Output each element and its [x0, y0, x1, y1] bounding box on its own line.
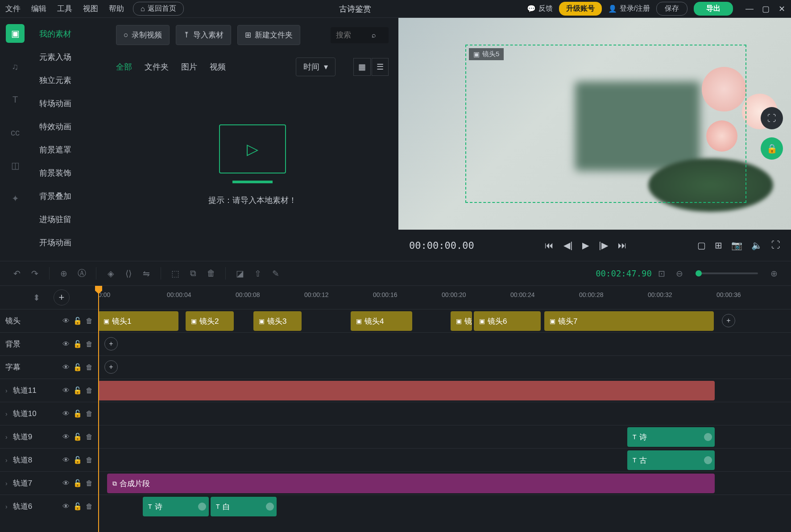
chevron-right-icon[interactable]: › [5, 433, 8, 441]
filter-images[interactable]: 图片 [181, 62, 197, 72]
category-fg-decor[interactable]: 前景装饰 [30, 161, 106, 185]
plugin-tab-icon[interactable]: ✦ [6, 189, 25, 208]
add-clip-button[interactable]: + [104, 360, 118, 374]
copy-button[interactable]: ⧉ [185, 265, 201, 281]
mirror-button[interactable]: ⇋ [138, 265, 154, 281]
fit-timeline-button[interactable]: ⊡ [654, 265, 670, 281]
snapshot-icon[interactable]: 📷 [731, 240, 742, 251]
next-frame-button[interactable]: |▶ [599, 240, 608, 251]
track-content[interactable] [98, 379, 791, 402]
lock-icon[interactable]: 🔓 [73, 363, 82, 371]
goto-end-button[interactable]: ⏭ [618, 240, 627, 251]
prev-frame-button[interactable]: ◀| [563, 240, 572, 251]
crop-button[interactable]: ⬚ [167, 265, 183, 281]
delete-button[interactable]: 🗑 [203, 265, 219, 281]
track-content[interactable]: T诗 [98, 425, 791, 448]
category-effects[interactable]: 特效动画 [30, 115, 106, 138]
lock-icon[interactable]: 🔓 [73, 433, 82, 441]
caption-tab-icon[interactable]: cc [6, 123, 25, 142]
add-clip-button[interactable]: + [104, 337, 118, 351]
track-content[interactable]: + [98, 333, 791, 355]
lock-icon[interactable]: 🔓 [73, 317, 82, 325]
shot-clip[interactable]: ▣镜头2 [186, 311, 234, 331]
text-tab-icon[interactable]: T [6, 90, 25, 109]
track-content[interactable]: T古 [98, 449, 791, 471]
playhead[interactable] [98, 286, 99, 532]
text-clip[interactable]: T诗 [627, 427, 715, 447]
fullscreen-icon[interactable]: ⛶ [771, 240, 780, 251]
track-content[interactable] [98, 402, 791, 425]
export-clip-button[interactable]: ⇧ [250, 265, 266, 281]
shot-clip[interactable]: ▣镜头1 [98, 311, 178, 331]
minimize-button[interactable]: — [745, 5, 754, 13]
play-button[interactable]: ▶ [582, 240, 589, 251]
category-independent[interactable]: 独立元素 [30, 69, 106, 92]
track-content[interactable]: ⧉合成片段 [98, 472, 791, 495]
trash-icon[interactable]: 🗑 [86, 387, 93, 395]
trash-icon[interactable]: 🗑 [86, 433, 93, 441]
record-button[interactable]: ○ 录制视频 [116, 25, 170, 45]
trash-icon[interactable]: 🗑 [86, 340, 93, 348]
category-enter-stay[interactable]: 进场驻留 [30, 208, 106, 231]
menu-help[interactable]: 帮助 [109, 4, 124, 14]
lock-icon[interactable]: 🔓 [73, 502, 82, 511]
visibility-icon[interactable]: 👁 [62, 363, 70, 371]
trash-icon[interactable]: 🗑 [86, 503, 93, 511]
fit-button[interactable]: ⛶ [761, 107, 783, 129]
category-my-media[interactable]: 我的素材 [30, 22, 106, 45]
chevron-right-icon[interactable]: › [5, 503, 8, 510]
shot-clip[interactable]: ▣镜头7 [544, 311, 714, 331]
video-clip[interactable] [98, 381, 715, 400]
close-button[interactable]: ✕ [778, 5, 786, 13]
undo-button[interactable]: ↶ [9, 265, 25, 281]
search-icon[interactable]: ⌕ [372, 31, 376, 39]
chevron-right-icon[interactable]: › [5, 480, 8, 487]
category-element-enter[interactable]: 元素入场 [30, 45, 106, 69]
menu-view[interactable]: 视图 [83, 4, 98, 14]
lock-icon[interactable]: 🔓 [73, 340, 82, 348]
shot-clip[interactable]: ▣镜头3 [253, 311, 302, 331]
maximize-button[interactable]: ▢ [762, 5, 770, 13]
feedback-button[interactable]: 💬 反馈 [527, 4, 553, 13]
shot-clip[interactable]: ▣镜 [451, 311, 472, 331]
home-button[interactable]: ⌂ 返回首页 [133, 2, 184, 16]
export-button[interactable]: 导出 [694, 2, 733, 16]
chevron-right-icon[interactable]: › [5, 457, 8, 464]
menu-file[interactable]: 文件 [5, 4, 21, 14]
lock-icon[interactable]: 🔓 [73, 409, 82, 418]
volume-icon[interactable]: 🔈 [751, 240, 762, 251]
redo-button[interactable]: ↷ [27, 265, 43, 281]
keyframe-icon[interactable] [198, 503, 206, 511]
edit-button[interactable]: ✎ [268, 265, 284, 281]
trash-icon[interactable]: 🗑 [86, 410, 93, 418]
zoom-thumb[interactable] [696, 270, 702, 276]
trash-icon[interactable]: 🗑 [86, 456, 93, 464]
list-view-button[interactable]: ☰ [372, 58, 389, 76]
effects-tab-icon[interactable]: ◫ [6, 156, 25, 175]
filter-folders[interactable]: 文件夹 [145, 62, 169, 72]
visibility-icon[interactable]: 👁 [62, 387, 70, 395]
visibility-icon[interactable]: 👁 [62, 456, 70, 464]
search-input[interactable] [336, 31, 372, 40]
keyframe-icon[interactable] [266, 503, 274, 511]
trash-icon[interactable]: 🗑 [86, 479, 93, 487]
cursor-button[interactable]: ◈ [103, 265, 119, 281]
lock-icon[interactable]: 🔓 [73, 479, 82, 487]
keyframe-icon[interactable] [704, 433, 712, 441]
track-content[interactable]: ▣镜头1▣镜头2▣镜头3▣镜头4▣镜▣镜头6▣镜头7+ [98, 309, 791, 332]
shot-clip[interactable]: ▣镜头4 [351, 311, 412, 331]
grid-icon[interactable]: ⊞ [715, 240, 722, 251]
menu-edit[interactable]: 编辑 [31, 4, 46, 14]
goto-start-button[interactable]: ⏮ [545, 240, 554, 251]
add-marker-button[interactable]: + [54, 289, 70, 305]
category-transition[interactable]: 转场动画 [30, 92, 106, 115]
zoom-slider[interactable] [696, 272, 758, 274]
chevron-right-icon[interactable]: › [5, 410, 8, 417]
visibility-icon[interactable]: 👁 [62, 317, 70, 325]
zoom-out-button[interactable]: ⊖ [671, 265, 687, 281]
grid-view-button[interactable]: ▦ [353, 58, 371, 76]
track-content[interactable]: T诗T白 [98, 495, 791, 518]
sort-dropdown[interactable]: 时间 ▾ [296, 58, 335, 76]
pip-icon[interactable]: ▢ [697, 240, 706, 251]
trash-icon[interactable]: 🗑 [86, 317, 93, 325]
